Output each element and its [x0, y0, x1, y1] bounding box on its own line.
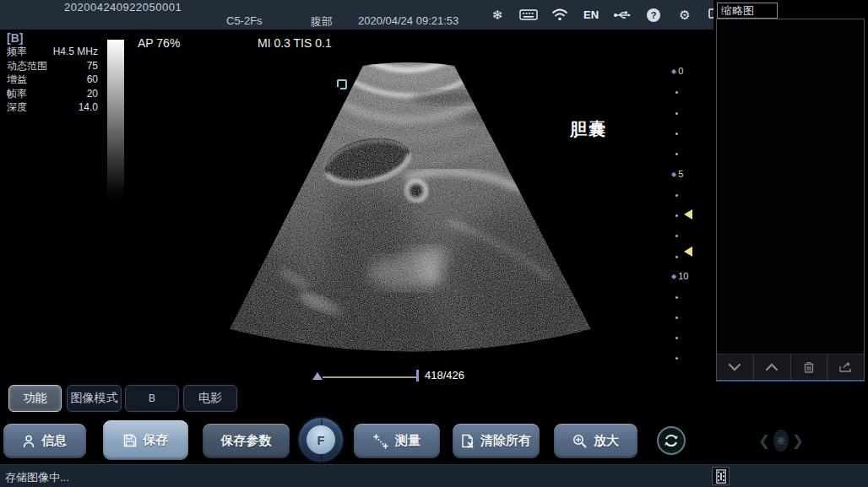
thumbnail-list[interactable]: [716, 19, 865, 381]
freeze-snowflake-icon[interactable]: ❄: [488, 6, 507, 24]
focus-marker-icon[interactable]: [684, 209, 692, 219]
magnifier-plus-icon: [572, 434, 587, 448]
save-params-button[interactable]: 保存参数: [203, 424, 290, 458]
top-bar: 202004240922050001 C5-2Fs 腹部 2020/04/24 …: [0, 0, 713, 30]
grayscale-bar: [107, 40, 124, 198]
wifi-icon[interactable]: [551, 6, 569, 24]
diamond-icon: ◆: [671, 273, 676, 280]
depth-mark-5: ◆ 5: [671, 169, 683, 179]
depth-tick: [675, 235, 678, 237]
mi-tis-values: MI 0.3 TIS 0.1: [258, 36, 332, 50]
depth-tick: [675, 214, 678, 217]
depth-tick: [675, 133, 678, 135]
tab-cine[interactable]: 电影: [183, 385, 237, 412]
zoom-button[interactable]: 放大: [554, 424, 637, 458]
chevron-left-icon: ❮: [758, 432, 770, 450]
ultrasound-app: 202004240922050001 C5-2Fs 腹部 2020/04/24 …: [0, 0, 868, 487]
cine-film-button[interactable]: [712, 467, 730, 485]
settings-gear-icon[interactable]: ⚙: [675, 6, 694, 24]
tab-b-mode[interactable]: B: [125, 385, 179, 412]
person-icon: [23, 435, 35, 448]
depth-tick: [675, 337, 678, 339]
depth-tick: [675, 296, 678, 299]
update-cine-button[interactable]: [657, 426, 686, 455]
depth-tick: [675, 91, 678, 94]
exam-preset: 腹部: [311, 14, 333, 30]
param-frame-rate: 帧率 20: [7, 87, 98, 101]
keyboard-icon[interactable]: [519, 6, 538, 24]
focus-marker-icon[interactable]: [684, 246, 692, 257]
mode-label: [B]: [7, 31, 23, 45]
depth-tick: [675, 357, 678, 360]
dial-control-dimmed[interactable]: ❮ ❋ ❯: [758, 426, 804, 455]
usb-icon[interactable]: [613, 6, 632, 24]
depth-tick: [675, 153, 678, 155]
depth-mark-10: ◆ 10: [671, 271, 688, 281]
patient-id: 202004240922050001: [64, 1, 182, 14]
thumbnail-scroll-up-button[interactable]: [753, 354, 790, 380]
help-icon[interactable]: ?: [644, 6, 663, 24]
cine-position-marker[interactable]: [416, 370, 419, 381]
status-message: 存储图像中...: [5, 470, 69, 485]
depth-tick: [675, 112, 678, 115]
language-indicator[interactable]: EN: [582, 6, 600, 24]
info-button[interactable]: 信息: [3, 424, 86, 458]
clear-all-button[interactable]: 清除所有: [453, 424, 540, 458]
caliper-measure-icon: [373, 434, 388, 449]
save-button[interactable]: 保存: [103, 420, 188, 460]
tab-function[interactable]: 功能: [8, 385, 62, 412]
floppy-disk-icon: [123, 434, 137, 447]
diamond-icon: ◆: [671, 170, 676, 178]
thumbnail-delete-button[interactable]: [790, 354, 827, 380]
status-bar: 存储图像中...: [0, 464, 868, 487]
cine-frame-counter: 418/426: [425, 369, 464, 381]
tab-image-mode[interactable]: 图像模式: [67, 385, 122, 412]
thumbnail-scroll-down-button[interactable]: [717, 354, 753, 380]
refresh-arrows-icon: [663, 432, 680, 449]
datetime: 2020/04/24 09:21:53: [358, 14, 458, 27]
depth-tick: [675, 194, 678, 197]
thumbnail-panel-title: 缩略图: [717, 3, 778, 19]
param-dynamic-range: 动态范围 75: [7, 59, 98, 73]
orientation-marker-icon: [335, 78, 349, 91]
thumbnail-panel: 缩略图: [713, 0, 868, 384]
probe-name: C5-2Fs: [226, 14, 263, 27]
depth-tick: [675, 256, 678, 258]
chevron-right-icon: ❯: [792, 432, 804, 450]
clear-page-icon: [461, 434, 474, 448]
f-knob-label: F: [307, 425, 335, 454]
f-knob[interactable]: F: [299, 418, 343, 462]
film-strip-icon: [716, 469, 726, 484]
image-parameters: 频率 H4.5 MHz 动态范围 75 增益 60 帧率 20 深度 14.0: [7, 45, 98, 115]
acoustic-power: AP 76%: [138, 36, 180, 50]
param-depth: 深度 14.0: [7, 100, 98, 115]
cine-progress-bar[interactable]: [323, 376, 418, 378]
thumbnail-export-button[interactable]: [827, 354, 864, 380]
depth-mark-0: ◆ 0: [671, 66, 683, 76]
system-icons: ❄ EN ? ⚙: [488, 0, 725, 30]
depth-tick: [675, 317, 678, 319]
diamond-icon: ◆: [671, 68, 676, 75]
dial-icon: ❋: [773, 430, 789, 452]
param-gain: 增益 60: [7, 73, 98, 87]
cine-start-marker[interactable]: [312, 372, 323, 380]
thumbnail-toolbar: [717, 354, 864, 380]
annotation-gallbladder[interactable]: 胆囊: [570, 118, 607, 141]
measure-button[interactable]: 测量: [354, 424, 440, 458]
param-frequency: 频率 H4.5 MHz: [7, 45, 98, 59]
ultrasound-image[interactable]: [194, 49, 701, 380]
